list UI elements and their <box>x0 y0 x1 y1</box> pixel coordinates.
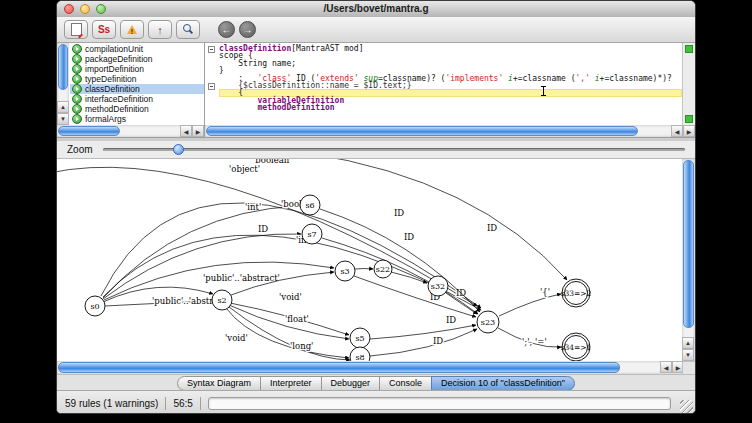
rule-list-item[interactable]: typeDefinition <box>70 74 204 84</box>
state-label: s6 <box>305 201 314 210</box>
scroll-right-icon[interactable]: ▶ <box>683 125 695 137</box>
tab-syntax-diagram[interactable]: Syntax Diagram <box>177 376 261 391</box>
editor-view-button[interactable] <box>64 20 88 39</box>
scrollbar-thumb[interactable] <box>58 362 620 373</box>
rule-label: compilationUnit <box>85 44 143 54</box>
decision-diagram-panel: 'boolean''object''int''boolean'ID'int''p… <box>57 159 695 374</box>
scroll-left-icon[interactable]: ◀ <box>660 361 672 373</box>
edge-label: ID <box>404 232 414 242</box>
rule-list-item[interactable]: compilationUnit <box>70 44 204 54</box>
rules-count-status: 59 rules (1 warnings) <box>65 398 158 409</box>
rules-horizontal-scrollbar[interactable]: ◀ ▶ <box>57 125 204 137</box>
scroll-up-icon[interactable]: ▲ <box>682 337 694 349</box>
tab-debugger[interactable]: Debugger <box>321 376 381 391</box>
bottom-tab-bar: Syntax DiagramInterpreterDebuggerConsole… <box>57 374 695 391</box>
scrollbar-arrows[interactable]: ◀ ▶ <box>671 125 695 137</box>
window-title: /Users/bovet/mantra.g <box>57 3 695 14</box>
rules-vertical-scrollbar[interactable]: ▲ ▼ <box>57 43 69 125</box>
scrollbar-thumb[interactable] <box>206 126 638 136</box>
zoom-slider-knob[interactable] <box>173 144 184 155</box>
ok-marker <box>685 115 693 123</box>
status-message-area <box>208 397 671 410</box>
edge-label: ID <box>487 223 497 233</box>
edge-label: '{' <box>540 287 550 297</box>
error-stripe <box>682 43 695 125</box>
code-line: classDefinition[MantraAST mod] <box>219 45 682 52</box>
edge-label: ID <box>258 224 268 234</box>
scrollbar-thumb[interactable] <box>58 44 68 90</box>
edge-label: 'object' <box>229 164 260 174</box>
tab-interpreter[interactable]: Interpreter <box>260 376 322 391</box>
rule-icon <box>72 114 82 124</box>
fold-marker[interactable] <box>208 46 215 53</box>
editor-horizontal-scrollbar[interactable]: ◀ ▶ <box>205 125 695 137</box>
tab-decision-10-of-classdefinition-[interactable]: Decision 10 of "classDefinition" <box>431 376 575 391</box>
state-label: s8 <box>355 353 364 361</box>
scrollbar-arrows[interactable]: ◀ ▶ <box>660 361 684 373</box>
tab-console[interactable]: Console <box>379 376 432 391</box>
rule-label: classDefinition <box>85 84 140 94</box>
back-arrow-icon: ← <box>222 24 232 35</box>
rule-list-item[interactable]: packageDefinition <box>70 54 204 64</box>
rule-list-item[interactable]: methodDefinition <box>70 104 204 114</box>
state-label: s32 <box>431 282 445 291</box>
title-bar[interactable]: /Users/bovet/mantra.g <box>57 1 695 18</box>
zoom-slider[interactable] <box>103 148 685 151</box>
edge-label: ID <box>446 315 456 325</box>
state-label: s23 <box>481 318 495 327</box>
rule-label: importDefinition <box>85 64 144 74</box>
find-button[interactable] <box>176 20 200 39</box>
resize-grip-icon[interactable] <box>680 400 693 413</box>
scroll-left-icon[interactable]: ◀ <box>671 125 683 137</box>
scroll-down-icon[interactable]: ▼ <box>57 113 69 125</box>
scroll-left-icon[interactable]: ◀ <box>180 125 192 137</box>
check-grammar-button[interactable]: ! <box>120 20 144 39</box>
rule-icon <box>72 74 82 84</box>
text-cursor-icon <box>540 86 547 96</box>
grammar-editor[interactable]: classDefinition[MantraAST mod]scope { St… <box>205 43 695 137</box>
code-lines: classDefinition[MantraAST mod]scope { St… <box>219 45 682 112</box>
back-button[interactable]: ← <box>218 21 235 38</box>
edge-label: ';', '=' <box>522 337 547 347</box>
forward-button[interactable]: → <box>239 21 256 38</box>
forward-arrow-icon: → <box>243 24 253 35</box>
rule-icon <box>72 44 82 54</box>
upper-split: ▲ ▼ compilationUnitpackageDefinitionimpo… <box>57 43 695 137</box>
rule-list-item[interactable]: importDefinition <box>70 64 204 74</box>
rule-icon <box>72 104 82 114</box>
state-label: s3 <box>340 267 349 276</box>
fold-marker[interactable] <box>208 83 215 90</box>
scrollbar-thumb[interactable] <box>683 160 694 328</box>
export-button[interactable]: ↑ <box>148 20 172 39</box>
rule-label: packageDefinition <box>85 54 153 64</box>
scrollbar-thumb[interactable] <box>58 126 120 136</box>
scrollbar-corner <box>682 361 695 374</box>
transition-edge <box>370 325 476 339</box>
decision-graph: 'boolean''object''int''boolean'ID'int''p… <box>57 159 684 361</box>
transition-edge <box>103 234 301 299</box>
transition-edge <box>103 206 299 298</box>
ss-icon: Ss <box>98 24 110 35</box>
rule-list[interactable]: compilationUnitpackageDefinitionimportDe… <box>70 44 204 125</box>
edge-label: 'float' <box>285 314 309 324</box>
scroll-right-icon[interactable]: ▶ <box>192 125 204 137</box>
scroll-down-icon[interactable]: ▼ <box>682 349 694 361</box>
syntax-coloring-button[interactable]: Ss <box>92 20 116 39</box>
rule-label: interfaceDefinition <box>85 94 153 104</box>
diagram-horizontal-scrollbar[interactable]: ◀ ▶ <box>57 361 684 374</box>
transition-edge <box>370 329 477 356</box>
state-label: s5 <box>355 334 364 343</box>
status-bar: 59 rules (1 warnings) 56:5 <box>57 390 695 414</box>
edge-label: ID <box>433 336 443 346</box>
scroll-up-icon[interactable]: ▲ <box>57 101 69 113</box>
rule-list-item[interactable]: classDefinition <box>70 84 204 94</box>
scrollbar-arrows[interactable]: ▲ ▼ <box>57 101 69 125</box>
rule-list-item[interactable]: interfaceDefinition <box>70 94 204 104</box>
rule-icon <box>72 94 82 104</box>
scrollbar-arrows[interactable]: ◀ ▶ <box>180 125 204 137</box>
scrollbar-arrows[interactable]: ▲ ▼ <box>682 337 694 361</box>
tab-strip: Syntax DiagramInterpreterDebuggerConsole… <box>177 376 575 391</box>
diagram-vertical-scrollbar[interactable]: ▲ ▼ <box>682 159 695 361</box>
rule-list-item[interactable]: formalArgs <box>70 114 204 124</box>
transition-edge <box>499 294 561 316</box>
